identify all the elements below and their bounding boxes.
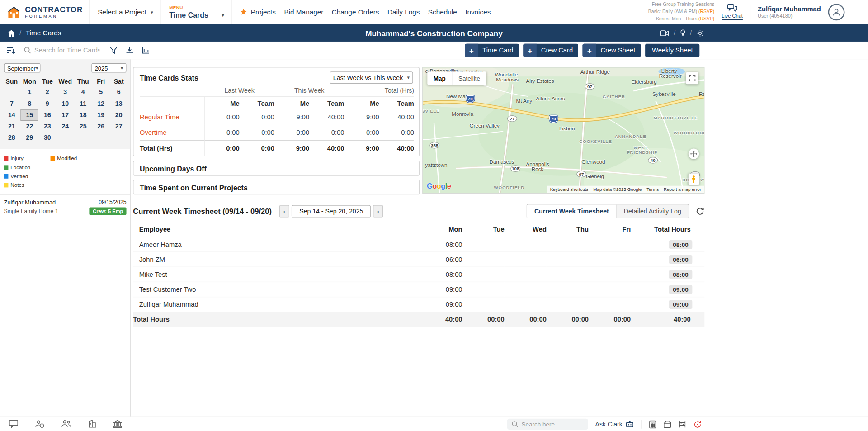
calendar-day-14[interactable]: 14 [3, 109, 20, 121]
video-icon[interactable] [660, 30, 670, 37]
activity-sync-icon[interactable] [693, 420, 702, 428]
calendar-day-17[interactable]: 17 [57, 109, 74, 121]
global-search-input[interactable] [521, 421, 581, 428]
employee-name[interactable]: Test Customer Two [133, 282, 420, 297]
calendar-day-5[interactable]: 5 [92, 86, 109, 98]
calendar-day-20[interactable]: 20 [110, 109, 127, 121]
stats-period-select[interactable]: Last Week vs This Week ▾ [330, 71, 413, 84]
logo[interactable]: CONTRACTOR FOREMAN [0, 5, 90, 19]
menu-dropdown[interactable]: MENU Time Cards ▾ [161, 5, 232, 19]
calendar-day-1[interactable]: 1 [21, 86, 38, 98]
crew-users-icon[interactable] [61, 420, 71, 428]
nav-item-projects[interactable]: Projects [251, 8, 276, 16]
plus-icon: + [524, 43, 537, 57]
nav-item-daily-logs[interactable]: Daily Logs [387, 8, 420, 16]
calendar-day-12[interactable]: 12 [92, 98, 109, 109]
street-view-pegman-icon[interactable] [689, 174, 699, 185]
pan-map-icon[interactable] [689, 149, 699, 159]
calendar-icon[interactable] [664, 420, 671, 428]
timecard-entry[interactable]: Zulfiqar Muhammad Single Family Home 1 0… [0, 194, 130, 219]
map-attribution-terms[interactable]: Terms [646, 187, 659, 192]
calendar-day-19[interactable]: 19 [92, 109, 109, 121]
company-building-icon[interactable] [88, 420, 96, 428]
tab-detailed-activity-log[interactable]: Detailed Activity Log [616, 204, 689, 218]
report-chart-icon[interactable] [142, 47, 150, 54]
employee-name[interactable]: John ZM [133, 252, 420, 267]
home-bank-icon[interactable] [113, 420, 122, 428]
calculator-icon[interactable] [649, 420, 656, 428]
calendar-day-8[interactable]: 8 [21, 98, 38, 109]
sort-filter-icon[interactable] [7, 46, 16, 54]
stats-link-regular-time[interactable]: Regular Time [140, 109, 204, 125]
employee-name[interactable]: Mike Test [133, 267, 420, 282]
prev-week-button[interactable]: ‹ [279, 205, 289, 218]
refresh-icon[interactable] [696, 207, 705, 216]
calendar-day-10[interactable]: 10 [57, 98, 74, 109]
calendar-day-13[interactable]: 13 [110, 98, 127, 109]
add-crew-card-button[interactable]: +Crew Card [524, 43, 579, 57]
calendar-day-16[interactable]: 16 [38, 109, 56, 121]
favorites-star-icon[interactable] [240, 8, 247, 15]
add-time-card-button[interactable]: +Time Card [465, 43, 519, 57]
map-attribution-report-a-map-error[interactable]: Report a map error [664, 187, 701, 192]
settings-gear-icon[interactable] [696, 29, 704, 37]
map[interactable]: e-BartonsvilleNew LondonArthur RidgeLibe… [422, 67, 704, 194]
calendar-day-9[interactable]: 9 [38, 98, 56, 109]
nav-item-bid-manager[interactable]: Bid Manager [284, 8, 323, 16]
calendar-day-30[interactable]: 30 [38, 132, 56, 143]
nav-item-invoices[interactable]: Invoices [465, 8, 491, 16]
fullscreen-icon[interactable] [686, 72, 698, 84]
calendar-day-3[interactable]: 3 [57, 86, 74, 98]
filter-funnel-icon[interactable] [110, 47, 118, 54]
employee-time-icon[interactable] [35, 420, 44, 428]
next-week-button[interactable]: › [373, 205, 383, 218]
map-attribution-keyboard-shortcuts[interactable]: Keyboard shortcuts [550, 187, 589, 192]
week-range-label[interactable]: Sep 14 - Sep 20, 2025 [292, 205, 371, 218]
time-spent-panel[interactable]: Time Spent on Current Projects [133, 180, 420, 194]
timecards-search-input[interactable] [34, 46, 100, 54]
breadcrumb-page[interactable]: Time Cards [26, 29, 61, 37]
month-select[interactable]: September ▾ [4, 63, 41, 73]
add-crew-sheet-button[interactable]: +Crew Sheet [583, 43, 641, 57]
user-avatar[interactable] [828, 4, 845, 20]
calendar-day-23[interactable]: 23 [38, 121, 56, 132]
calendar-day-18[interactable]: 18 [74, 109, 92, 121]
nav-item-change-orders[interactable]: Change Orders [332, 8, 379, 16]
project-selector[interactable]: Select a Project ▾ [90, 8, 161, 16]
estimator-abacus-icon[interactable] [679, 420, 686, 428]
satellite-view-button[interactable]: Satellite [452, 71, 486, 85]
calendar-day-22[interactable]: 22 [21, 121, 38, 132]
map-view-button[interactable]: Map [427, 71, 452, 85]
home-icon[interactable] [8, 30, 15, 37]
nav-item-schedule[interactable]: Schedule [428, 8, 457, 16]
employee-name[interactable]: Ameer Hamza [133, 237, 420, 252]
calendar-day-24[interactable]: 24 [57, 121, 74, 132]
calendar-day-25[interactable]: 25 [74, 121, 92, 132]
download-icon[interactable] [126, 47, 133, 54]
upcoming-days-off-panel[interactable]: Upcoming Days Off [133, 161, 420, 176]
calendar-day-2[interactable]: 2 [38, 86, 56, 98]
calendar-day-7[interactable]: 7 [3, 98, 20, 109]
calendar-day-11[interactable]: 11 [74, 98, 92, 109]
rsvp-link-series[interactable]: (RSVP) [698, 16, 714, 21]
rsvp-link-basic[interactable]: (RSVP) [698, 9, 714, 14]
calendar-day-15[interactable]: 15 [21, 109, 38, 121]
legend-label: Injury [10, 155, 23, 161]
employee-name[interactable]: Zulfiqar Muhammad [133, 297, 420, 312]
calendar-day-27[interactable]: 27 [110, 121, 127, 132]
user-menu[interactable]: Zulfiqar Muhammad User (4054180) [758, 5, 821, 19]
calendar-day-26[interactable]: 26 [92, 121, 109, 132]
calendar-day-29[interactable]: 29 [21, 132, 38, 143]
tab-current-week-timesheet[interactable]: Current Week Timesheet [527, 204, 616, 218]
calendar-day-21[interactable]: 21 [3, 121, 20, 132]
calendar-day-28[interactable]: 28 [3, 132, 20, 143]
calendar-day-6[interactable]: 6 [110, 86, 127, 98]
weekly-sheet-button[interactable]: Weekly Sheet [645, 43, 699, 57]
stats-link-overtime[interactable]: Overtime [140, 125, 204, 141]
idea-bulb-icon[interactable] [680, 29, 685, 37]
calendar-day-4[interactable]: 4 [74, 86, 92, 98]
live-chat-button[interactable]: Live Chat [722, 4, 743, 20]
year-select[interactable]: 2025 ▾ [91, 63, 126, 73]
ask-clark-button[interactable]: Ask Clark [595, 420, 634, 428]
messages-icon[interactable] [9, 420, 19, 428]
